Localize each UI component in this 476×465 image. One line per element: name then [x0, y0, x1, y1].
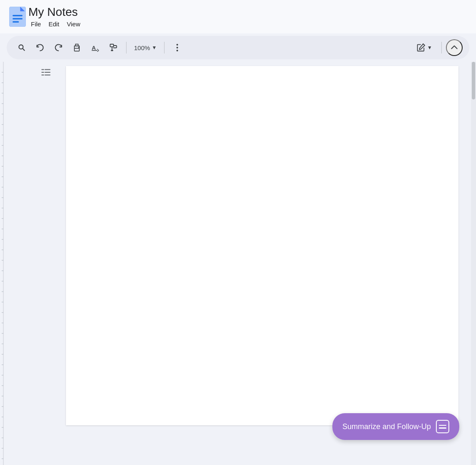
svg-rect-1 — [10, 7, 26, 27]
zoom-value: 100% — [134, 44, 150, 51]
app-header: My Notes File Edit View — [0, 0, 476, 33]
summarize-icon-line-2 — [439, 427, 446, 429]
text-format-button[interactable]: A — [87, 39, 104, 56]
redo-icon — [54, 43, 63, 52]
left-panel — [0, 62, 56, 465]
app-icon — [7, 6, 28, 28]
menu-file[interactable]: File — [28, 20, 43, 28]
left-ruler — [0, 62, 4, 465]
summarize-panel-icon — [436, 420, 449, 433]
toolbar-divider-1 — [126, 42, 127, 53]
svg-rect-4 — [13, 21, 19, 23]
undo-button[interactable] — [32, 39, 48, 56]
zoom-control[interactable]: 100% ▼ — [131, 43, 160, 53]
svg-point-16 — [176, 47, 178, 48]
svg-rect-12 — [110, 44, 114, 47]
summarize-label: Summarize and Follow-Up — [342, 422, 431, 431]
menu-edit[interactable]: Edit — [46, 20, 62, 28]
toolbar: A 100% ▼ ▼ — [7, 36, 469, 59]
summarize-button[interactable]: Summarize and Follow-Up — [332, 413, 459, 440]
svg-text:A: A — [92, 45, 96, 51]
main-area — [0, 62, 476, 465]
outline-icon — [41, 67, 51, 78]
svg-line-6 — [23, 48, 25, 51]
zoom-dropdown-icon: ▼ — [152, 45, 157, 51]
search-button[interactable] — [13, 39, 30, 56]
edit-dropdown-arrow: ▼ — [427, 45, 432, 51]
document-area[interactable] — [56, 62, 476, 465]
menu-bar: File Edit View — [28, 20, 83, 28]
outline-toggle[interactable] — [41, 67, 51, 80]
svg-point-17 — [176, 50, 178, 51]
svg-rect-3 — [13, 18, 23, 19]
chevron-up-icon — [450, 43, 458, 52]
search-icon — [18, 43, 26, 52]
toolbar-divider-2 — [164, 42, 165, 53]
pencil-icon — [416, 43, 425, 52]
summarize-icon-line-1 — [439, 425, 446, 426]
paint-format-button[interactable] — [105, 39, 122, 56]
text-format-icon: A — [91, 43, 99, 52]
scrollbar-track[interactable] — [471, 62, 476, 465]
more-options-icon — [176, 43, 178, 52]
svg-rect-2 — [13, 15, 23, 16]
svg-rect-14 — [111, 50, 114, 51]
svg-rect-7 — [74, 48, 79, 51]
collapse-button[interactable] — [446, 39, 463, 56]
more-options-button[interactable] — [169, 39, 185, 56]
print-icon — [73, 43, 81, 52]
undo-icon — [36, 43, 44, 52]
title-group: My Notes File Edit View — [28, 5, 83, 29]
scrollbar-thumb[interactable] — [472, 62, 475, 99]
svg-rect-8 — [76, 44, 78, 46]
svg-point-15 — [176, 44, 178, 46]
toolbar-divider-3 — [441, 42, 442, 53]
app-title: My Notes — [28, 5, 83, 19]
redo-button[interactable] — [50, 39, 67, 56]
edit-button[interactable]: ▼ — [411, 41, 437, 55]
svg-point-9 — [78, 47, 79, 48]
print-button[interactable] — [68, 39, 85, 56]
paint-format-icon — [109, 43, 118, 52]
menu-view[interactable]: View — [64, 20, 83, 28]
document-page[interactable] — [66, 66, 458, 425]
